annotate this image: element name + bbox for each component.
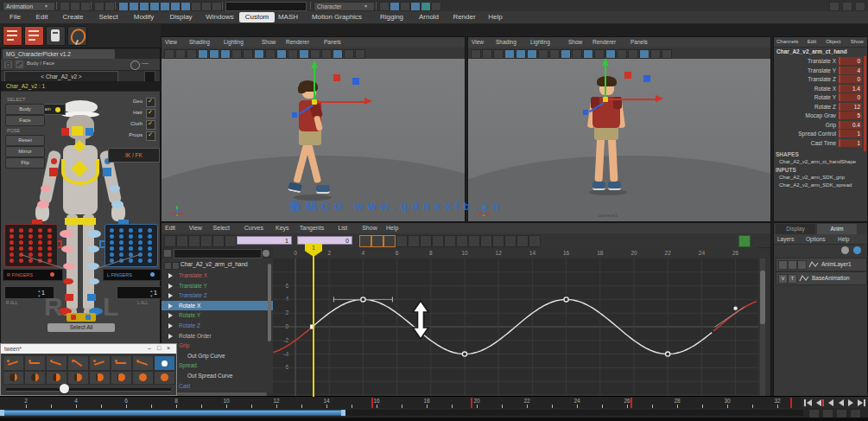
range-start-handle[interactable]	[0, 410, 4, 416]
lighting-icon[interactable]	[561, 49, 571, 59]
render-settings-icon[interactable]	[421, 2, 431, 11]
close-icon[interactable]: ×	[167, 345, 170, 351]
cap-icon[interactable]	[662, 49, 672, 59]
character-figure[interactable]	[582, 74, 634, 200]
mute-channel-icon[interactable]	[529, 235, 541, 247]
finger-dot[interactable]	[38, 252, 42, 257]
picker-control-chip[interactable]	[63, 278, 73, 284]
ge-menu-curves[interactable]: Curves	[244, 225, 263, 231]
ge-outliner-scrollbar[interactable]	[268, 264, 271, 341]
picker-control-chip[interactable]	[37, 201, 49, 208]
finger-dot[interactable]	[129, 228, 133, 233]
menu-item-arnold[interactable]: Arnold	[411, 12, 447, 22]
picker-control-chip[interactable]	[111, 201, 124, 208]
ge-outliner-root-row[interactable]: Char_A2_v2_arm_ct_hand	[162, 259, 273, 270]
viewport-menu-renderer[interactable]: Renderer	[592, 39, 616, 45]
picker-control-chip[interactable]	[51, 158, 57, 164]
ge-menu-tangents[interactable]: Tangents	[300, 225, 324, 231]
step-back-key-button[interactable]	[816, 399, 824, 407]
viewport-menu-panels[interactable]: Panels	[324, 39, 341, 45]
viewport-menu-show[interactable]: Show	[262, 39, 276, 45]
ge-menu-show[interactable]: Show	[362, 225, 377, 231]
finger-dot[interactable]	[19, 234, 23, 239]
axis-x-arrow[interactable]	[316, 101, 364, 103]
ge-menu-select[interactable]: Select	[213, 225, 230, 231]
layer-menu-options[interactable]: Options	[806, 236, 825, 242]
tween-preset-dot-4[interactable]	[67, 371, 89, 385]
wireframe-shaded-icon[interactable]	[321, 49, 332, 59]
cb-attr-value[interactable]: 0	[839, 57, 862, 65]
menu-item-display[interactable]: Display	[162, 12, 200, 22]
picker-control-chip[interactable]	[49, 168, 58, 176]
plane-handle-red[interactable]	[624, 72, 631, 79]
picker-control-chip[interactable]	[87, 246, 99, 252]
picker-reset-button[interactable]: Reset	[5, 135, 45, 146]
left-finger-grid[interactable]	[105, 224, 158, 267]
finger-dot[interactable]	[110, 252, 114, 257]
picker-face-button[interactable]: Face	[5, 115, 45, 126]
pre-infinity-icon[interactable]	[492, 235, 504, 247]
tween-preset-dot-3[interactable]	[46, 371, 67, 385]
ge-channel-row-rotate-y[interactable]: Rotate Y	[162, 310, 273, 320]
finger-dot[interactable]	[29, 240, 33, 245]
linear-tangent-icon[interactable]	[24, 355, 46, 371]
finger-dot[interactable]	[119, 246, 124, 251]
field-chart-icon[interactable]	[516, 49, 526, 59]
cb-object-name[interactable]: Char_A2_v2_arm_ct_hand	[776, 48, 847, 54]
picker-control-chip[interactable]	[63, 263, 75, 270]
shadows-icon[interactable]	[265, 49, 276, 59]
finger-dot[interactable]	[119, 234, 124, 239]
ge-filter-input[interactable]	[174, 249, 262, 258]
channel-box-toggle-icon[interactable]	[842, 2, 852, 11]
insert-keys-icon[interactable]	[176, 235, 188, 247]
cb-scrollbar[interactable]	[864, 56, 866, 151]
tween-preset-dot-8[interactable]	[154, 371, 175, 385]
snap-grid-icon[interactable]	[118, 2, 129, 11]
render-current-frame-icon[interactable]	[400, 2, 410, 11]
menu-item-rigging[interactable]: Rigging	[372, 12, 411, 22]
picker-checkbox-hair[interactable]: ✓	[146, 109, 155, 118]
finger-dot[interactable]	[148, 246, 152, 251]
select-object-icon[interactable]	[201, 2, 212, 11]
gate-mask-icon[interactable]	[198, 49, 208, 59]
picker-title-tab[interactable]: MG_CharacterPicker v1.2	[3, 49, 115, 59]
cb-attr-value[interactable]: 1.4	[839, 85, 862, 92]
cb-attr-value[interactable]: 0	[839, 75, 862, 83]
ge-curve-canvas[interactable]: 6420-2-4-6	[273, 258, 758, 397]
field-chart-icon[interactable]	[209, 49, 219, 59]
viewport-side[interactable]: ViewShadingLightingShowRendererPanels	[161, 36, 466, 222]
plateau-tangent-icon[interactable]	[420, 235, 432, 247]
finger-dot[interactable]	[110, 246, 114, 251]
picker-control-chip[interactable]	[103, 168, 111, 176]
ge-channel-row-cast[interactable]: Cast	[162, 381, 273, 391]
finger-dot[interactable]	[138, 240, 143, 245]
tween-slider-knob[interactable]	[60, 384, 69, 393]
layer-toggle-btn[interactable]	[788, 260, 797, 270]
finger-dot[interactable]	[10, 234, 14, 239]
ao-icon[interactable]	[276, 49, 287, 59]
viewport-menu-view[interactable]: View	[165, 39, 177, 45]
construction-history-icon[interactable]	[379, 2, 390, 11]
safe-title-icon[interactable]	[538, 49, 548, 59]
picker-control-chip[interactable]	[41, 185, 51, 192]
picker-flip-button[interactable]: Flip	[5, 157, 45, 169]
finger-dot[interactable]	[29, 246, 33, 251]
picker-control-chip[interactable]	[87, 230, 101, 238]
picker-control-chip[interactable]	[89, 278, 99, 284]
shadows-icon[interactable]	[572, 49, 582, 59]
tween-titlebar[interactable]: tween*–□×	[1, 344, 176, 354]
layer-toggle-T[interactable]: T	[788, 274, 797, 284]
finger-dot[interactable]	[129, 234, 133, 239]
play-backward-button[interactable]	[839, 399, 844, 407]
flat-tangent-icon[interactable]	[396, 235, 408, 247]
snap-together-icon[interactable]	[181, 2, 191, 11]
select-hierarchy-icon[interactable]	[191, 2, 201, 11]
ge-channel-row-spread[interactable]: Spread	[162, 360, 273, 370]
sidebar-toggle-icon[interactable]	[829, 2, 839, 11]
ao-icon[interactable]	[583, 49, 593, 59]
cb-input-node[interactable]: Char_A2_v2_arm_SDK_grip	[779, 175, 845, 180]
character-figure[interactable]	[287, 80, 339, 205]
finger-dot[interactable]	[19, 258, 23, 263]
finger-dot[interactable]	[29, 258, 33, 263]
undo-icon[interactable]	[94, 2, 105, 11]
